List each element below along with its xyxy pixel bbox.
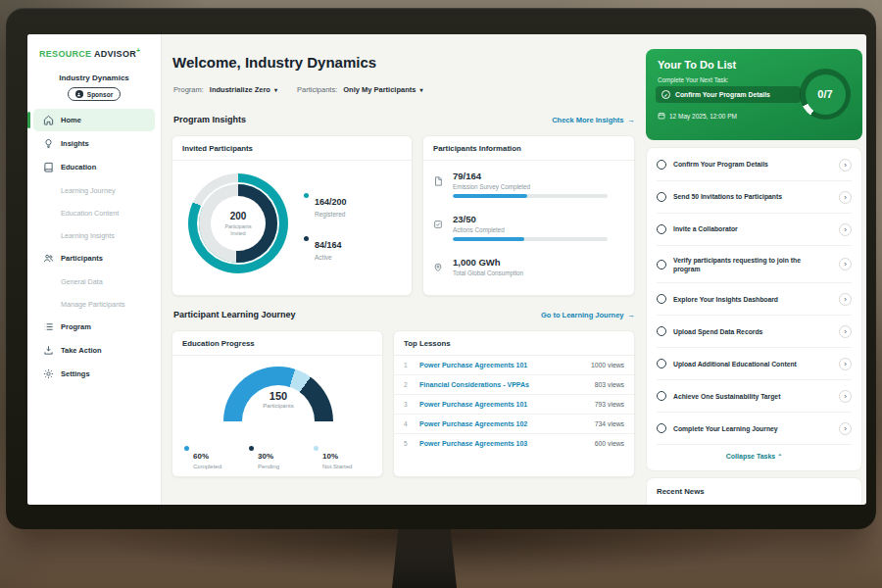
donut-legend: 164/200 Registered 84/164 Active <box>304 191 347 261</box>
todo-progress-value: 0/7 <box>806 74 846 115</box>
link-label: Go to Learning Journey <box>541 311 624 319</box>
document-icon <box>433 172 443 182</box>
task-chevron-icon[interactable]: › <box>839 325 852 338</box>
check-more-insights-link[interactable]: Check More Insights → <box>552 116 635 124</box>
task-item[interactable]: Verify participants requesting to join t… <box>657 246 852 283</box>
sidebar-nav: Home Insights Education Learning Journey… <box>27 109 161 385</box>
task-checkbox[interactable] <box>657 160 666 170</box>
task-item[interactable]: Invite a Collaborator › <box>657 214 852 246</box>
task-item[interactable]: Upload Additional Educational Content › <box>657 348 852 380</box>
task-checkbox[interactable] <box>657 192 666 202</box>
legend-item-completed: 60% Completed <box>184 445 249 469</box>
sidebar-item-program[interactable]: Program <box>33 316 155 338</box>
arrow-right-icon: → <box>628 116 636 124</box>
task-checkbox[interactable] <box>657 359 666 368</box>
sidebar-item-education[interactable]: Education <box>33 156 155 178</box>
sidebar-item-learning-insights[interactable]: Learning Insights <box>33 224 155 246</box>
task-label: Confirm Your Program Details <box>673 160 832 169</box>
gauge-center: 150 Participants <box>223 390 333 409</box>
task-chevron-icon[interactable]: › <box>839 258 852 270</box>
org-name: Industry Dynamics <box>27 74 161 82</box>
task-item[interactable]: Confirm Your Program Details › <box>657 149 852 181</box>
sidebar-item-general-data[interactable]: General Data <box>33 270 155 292</box>
task-chevron-icon[interactable]: › <box>839 223 852 236</box>
info-label: Actions Completed <box>453 226 622 233</box>
lesson-row: 2 Financial Considerations - VPPAs 803 v… <box>394 375 634 395</box>
check-square-icon <box>433 216 443 225</box>
main-content: Welcome, Industry Dynamics Program: Indu… <box>162 34 644 505</box>
task-checkbox[interactable] <box>657 260 666 270</box>
lesson-views: 1000 views <box>591 362 624 368</box>
task-checkbox[interactable] <box>657 224 666 234</box>
sidebar-item-settings[interactable]: Settings <box>33 363 155 385</box>
legend-dot <box>304 236 309 241</box>
sidebar-item-insights[interactable]: Insights <box>33 132 155 155</box>
recent-news-card: Recent News <box>646 477 862 505</box>
sidebar-item-label: Learning Journey <box>61 186 116 195</box>
lesson-row: 1 Power Purchase Agreements 101 1000 vie… <box>394 356 634 375</box>
monitor-stand <box>392 527 457 588</box>
gauge-legend: 60% Completed 30% Pending 10% Not Starte… <box>184 445 378 469</box>
info-label: Total Global Consumption <box>453 270 622 276</box>
task-label: Upload Spend Data Records <box>673 327 832 336</box>
link-label: Check More Insights <box>552 116 623 124</box>
task-chevron-icon[interactable]: › <box>839 422 852 435</box>
lesson-link[interactable]: Power Purchase Agreements 101 <box>419 362 583 368</box>
sidebar: RESOURCE ADVISOR+ Industry Dynamics Spon… <box>27 34 162 505</box>
task-chevron-icon[interactable]: › <box>839 358 852 370</box>
progress-track <box>453 194 608 198</box>
task-item[interactable]: Upload Spend Data Records › <box>657 316 852 348</box>
lesson-link[interactable]: Power Purchase Agreements 101 <box>419 401 587 408</box>
task-checkbox[interactable] <box>657 423 666 433</box>
task-chevron-icon[interactable]: › <box>839 191 852 204</box>
sidebar-item-education-content[interactable]: Education Content <box>33 202 155 223</box>
lesson-link[interactable]: Power Purchase Agreements 102 <box>419 420 587 427</box>
check-circle-icon: ✓ <box>662 90 670 99</box>
progress-fill <box>453 237 524 241</box>
task-item[interactable]: Achieve One Sustainability Target › <box>657 380 852 413</box>
task-item[interactable]: Complete Your Learning Journey › <box>657 413 852 445</box>
sidebar-item-manage-participants[interactable]: Manage Participants <box>33 293 155 315</box>
location-pin-icon <box>433 259 443 269</box>
info-value: 79/164 <box>453 171 622 181</box>
legend-value: 30% <box>258 452 273 461</box>
go-to-learning-journey-link[interactable]: Go to Learning Journey → <box>541 311 635 319</box>
sidebar-item-label: Education Content <box>61 209 119 218</box>
participants-filter-select[interactable]: Only My Participants ▾ <box>343 85 422 94</box>
todo-title: Your To Do List <box>658 59 736 71</box>
lesson-row: 5 Power Purchase Agreements 103 600 view… <box>394 434 634 453</box>
todo-subtitle: Complete Your Next Task: <box>658 76 728 83</box>
sponsor-badge[interactable]: Sponsor <box>68 87 121 101</box>
people-icon <box>43 253 54 264</box>
task-item[interactable]: Explore Your Insights Dashboard › <box>657 283 852 316</box>
gear-icon <box>43 368 54 379</box>
task-chevron-icon[interactable]: › <box>839 390 852 403</box>
lesson-link[interactable]: Power Purchase Agreements 103 <box>419 440 587 447</box>
top-lessons-card: Top Lessons 1 Power Purchase Agreements … <box>393 330 635 477</box>
task-label: Upload Additional Educational Content <box>673 360 832 368</box>
education-progress-card: Education Progress 150 Participants 60% … <box>172 330 383 477</box>
legend-label: Active <box>315 254 347 261</box>
lesson-row: 3 Power Purchase Agreements 101 793 view… <box>394 395 634 415</box>
collapse-tasks-link[interactable]: Collapse Tasks ⌃ <box>657 445 852 467</box>
lesson-link[interactable]: Financial Considerations - VPPAs <box>419 381 587 388</box>
card-title: Participants Information <box>423 136 634 161</box>
legend-value: 10% <box>322 452 338 461</box>
task-checkbox[interactable] <box>657 391 666 401</box>
next-task-pill[interactable]: ✓ Confirm Your Program Details <box>656 86 801 103</box>
sidebar-item-label: Participants <box>61 254 103 263</box>
task-chevron-icon[interactable]: › <box>839 159 852 172</box>
task-item[interactable]: Send 50 Invitations to Participants › <box>657 181 852 214</box>
chevron-down-icon: ▾ <box>274 86 277 93</box>
task-checkbox[interactable] <box>657 294 666 304</box>
task-chevron-icon[interactable]: › <box>839 293 852 306</box>
sidebar-item-learning-journey[interactable]: Learning Journey <box>33 179 155 201</box>
task-checkbox[interactable] <box>657 326 666 336</box>
sidebar-item-label: Education <box>61 163 96 172</box>
task-label: Invite a Collaborator <box>673 224 832 233</box>
program-filter-select[interactable]: Industrialize Zero ▾ <box>210 85 277 94</box>
sidebar-item-take-action[interactable]: Take Action <box>33 339 155 362</box>
sidebar-item-participants[interactable]: Participants <box>33 247 155 270</box>
donut-center: 200 Participants Invited <box>211 196 266 251</box>
sidebar-item-home[interactable]: Home <box>33 109 155 131</box>
